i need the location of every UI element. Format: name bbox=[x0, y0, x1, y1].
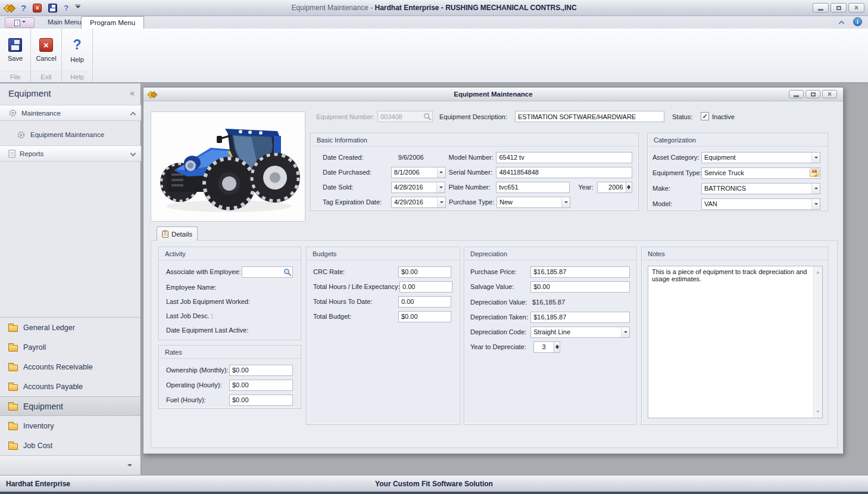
spinner-arrows-icon[interactable] bbox=[626, 182, 632, 193]
close-button[interactable]: × bbox=[822, 90, 837, 98]
year-spinner[interactable] bbox=[597, 182, 632, 193]
sidebar-item-equipment[interactable]: Equipment bbox=[0, 396, 140, 416]
scroll-down-icon[interactable] bbox=[816, 411, 820, 415]
sidebar-item-payroll[interactable]: Payroll bbox=[0, 337, 140, 357]
sidebar-group-maintenance[interactable]: Maintenance bbox=[0, 105, 141, 121]
edit-icon[interactable]: AB bbox=[810, 169, 819, 177]
dropdown-arrow-icon[interactable] bbox=[811, 184, 820, 194]
dropdown-arrow-icon[interactable] bbox=[437, 167, 445, 178]
help-button[interactable]: ? Help bbox=[62, 29, 92, 72]
title-bar: ? × ? Equipment Maintenance - Hardhat En… bbox=[0, 0, 868, 16]
associate-with-employee-field[interactable] bbox=[242, 266, 293, 278]
dropdown-arrow-icon[interactable] bbox=[436, 182, 445, 192]
dropdown-arrow-icon[interactable] bbox=[621, 327, 629, 337]
depreciation-taken-input[interactable] bbox=[530, 312, 630, 323]
maximize-button[interactable] bbox=[805, 90, 820, 98]
total-hours-life-expectancy-input[interactable] bbox=[399, 281, 452, 293]
salvage-value-input[interactable] bbox=[530, 281, 630, 293]
panel-caption: Notes bbox=[642, 247, 828, 260]
crc-rate-input[interactable] bbox=[398, 266, 451, 278]
close-button[interactable]: × bbox=[848, 3, 864, 13]
operating-hourly-input[interactable] bbox=[229, 380, 293, 391]
sidebar-overflow-button[interactable] bbox=[0, 455, 140, 475]
depreciation-code-label: Depreciation Code: bbox=[470, 328, 530, 335]
date-sold-combo[interactable] bbox=[391, 182, 446, 193]
application-menu-button[interactable] bbox=[5, 17, 35, 28]
budgets-panel: Budgets CRC Rate: Total Hours / Life Exp… bbox=[306, 247, 460, 425]
dropdown-arrow-icon[interactable] bbox=[811, 199, 820, 209]
year-label: Year: bbox=[578, 184, 597, 191]
chevron-down-icon bbox=[22, 21, 26, 24]
application-menu-icon bbox=[14, 20, 20, 26]
rates-panel: Rates Ownership (Monthly): Operating (Ho… bbox=[158, 345, 301, 409]
help-icon[interactable]: ? bbox=[21, 3, 26, 13]
module-label: Inventory bbox=[23, 422, 54, 430]
minimize-button[interactable] bbox=[789, 90, 804, 98]
chevron-down-icon bbox=[127, 464, 132, 469]
associate-with-employee-label: Associate with Employee: bbox=[166, 268, 242, 275]
model-number-input[interactable] bbox=[496, 152, 632, 163]
module-label: Payroll bbox=[23, 343, 46, 352]
ownership-monthly-label: Ownership (Monthly): bbox=[166, 366, 229, 374]
module-label: Accounts Payable bbox=[23, 383, 83, 391]
plate-number-input[interactable] bbox=[496, 182, 570, 193]
year-to-depreciate-spinner[interactable] bbox=[533, 341, 560, 353]
maximize-button[interactable] bbox=[830, 3, 847, 13]
asset-category-combo[interactable] bbox=[701, 152, 820, 163]
ribbon-collapse-icon[interactable] bbox=[839, 20, 845, 26]
help-icon: ? bbox=[73, 37, 81, 53]
sidebar-group-label: Maintenance bbox=[21, 110, 61, 117]
purchase-type-combo[interactable] bbox=[497, 197, 570, 208]
info-icon[interactable]: i bbox=[853, 17, 862, 26]
dropdown-arrow-icon[interactable] bbox=[811, 153, 820, 163]
tab-details[interactable]: Details bbox=[157, 226, 198, 241]
purchase-type-label: Purchase Type: bbox=[449, 198, 497, 206]
sidebar-item-accounts-payable[interactable]: Accounts Payable bbox=[0, 377, 140, 396]
minimize-button[interactable] bbox=[813, 3, 829, 13]
sidebar-item-equipment-maintenance[interactable]: Equipment Maintenance bbox=[0, 126, 141, 143]
save-icon[interactable] bbox=[48, 4, 57, 13]
dropdown-arrow-icon[interactable] bbox=[561, 197, 570, 207]
cancel-icon: × bbox=[39, 38, 53, 52]
notes-textarea[interactable]: This is a piece of equipment to track de… bbox=[648, 266, 823, 418]
toolbar-options-icon[interactable] bbox=[75, 5, 80, 11]
sidebar-item-general-ledger[interactable]: General Ledger bbox=[0, 318, 140, 337]
panel-caption: Rates bbox=[159, 346, 301, 359]
date-sold-label: Date Sold: bbox=[323, 184, 391, 191]
model-label: Model: bbox=[652, 200, 701, 207]
dropdown-arrow-icon[interactable] bbox=[437, 197, 445, 207]
ownership-monthly-input[interactable] bbox=[229, 365, 293, 376]
fuel-hourly-input[interactable] bbox=[229, 394, 293, 406]
tag-expiration-combo[interactable] bbox=[391, 197, 446, 208]
sidebar-item-inventory[interactable]: Inventory bbox=[0, 416, 140, 436]
cancel-button[interactable]: × Cancel bbox=[31, 29, 61, 72]
status-checkbox[interactable]: ✓ bbox=[701, 112, 709, 120]
notes-scrollbar[interactable] bbox=[813, 266, 822, 418]
total-hours-to-date-input[interactable] bbox=[398, 296, 451, 307]
search-icon[interactable] bbox=[283, 268, 291, 276]
sidebar-item-job-cost[interactable]: Job Cost bbox=[0, 436, 140, 455]
total-budget-input[interactable] bbox=[398, 311, 451, 322]
equipment-description-input[interactable] bbox=[515, 111, 664, 122]
serial-number-input[interactable] bbox=[496, 167, 632, 178]
make-combo[interactable] bbox=[701, 183, 820, 194]
date-purchased-combo[interactable] bbox=[391, 167, 446, 178]
equipment-description-label: Equipment Description: bbox=[439, 113, 507, 120]
sidebar-collapse-icon[interactable]: « bbox=[130, 88, 135, 98]
purchase-price-input[interactable] bbox=[530, 266, 630, 278]
tab-program-menu[interactable]: Program Menu bbox=[81, 16, 144, 29]
sidebar-item-accounts-receivable[interactable]: Accounts Receivable bbox=[0, 357, 140, 377]
scroll-up-icon[interactable] bbox=[816, 269, 820, 274]
sidebar-module-list: General Ledger Payroll Accounts Receivab… bbox=[0, 317, 140, 455]
chevron-down-icon bbox=[130, 151, 136, 157]
quick-access-toolbar: ? × ? bbox=[0, 3, 286, 13]
help-icon[interactable]: ? bbox=[64, 4, 68, 13]
spinner-arrows-icon[interactable] bbox=[554, 341, 560, 353]
save-button[interactable]: Save bbox=[0, 29, 30, 72]
depreciation-code-combo[interactable] bbox=[530, 327, 630, 338]
status-label: Status: bbox=[672, 113, 692, 120]
model-combo[interactable] bbox=[701, 198, 820, 210]
equipment-type-field[interactable]: AB bbox=[701, 167, 820, 179]
sidebar-group-reports[interactable]: Reports bbox=[0, 145, 141, 161]
cancel-icon[interactable]: × bbox=[33, 4, 42, 13]
